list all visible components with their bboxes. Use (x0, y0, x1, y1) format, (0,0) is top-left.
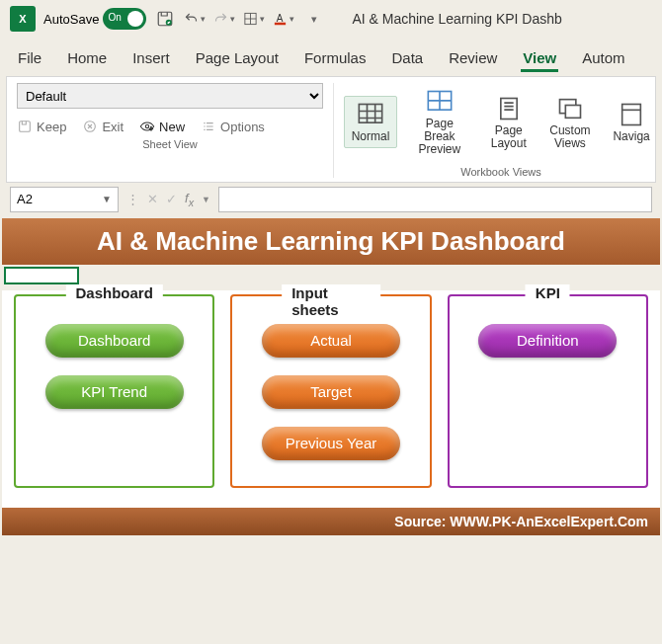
redo-icon[interactable]: ▾ (213, 8, 235, 30)
svg-rect-5 (20, 121, 31, 132)
tab-review[interactable]: Review (447, 43, 499, 76)
list-icon (201, 119, 216, 134)
page-break-icon (426, 88, 454, 116)
nav-button-previous-year[interactable]: Previous Year (262, 427, 400, 460)
svg-text:+: + (149, 125, 153, 132)
fx-controls: ✕ ✓ fx ▼ (147, 191, 210, 208)
keep-button[interactable]: Keep (17, 119, 66, 134)
dashboard-footer: Source: WWW.PK-AnExcelExpert.Com (2, 508, 660, 535)
document-title: AI & Machine Learning KPI Dashb (352, 11, 561, 27)
borders-icon[interactable]: ▾ (243, 8, 265, 30)
more-commands-icon[interactable]: ▾ (302, 8, 324, 30)
tab-view[interactable]: View (521, 43, 558, 76)
section-title: Input sheets (282, 284, 380, 318)
ribbon-group-sheet-view: Default Keep Exit + New Options (7, 83, 333, 178)
section-title: KPI (526, 284, 570, 301)
cancel-icon[interactable]: ✕ (147, 192, 158, 206)
navigation-icon (618, 101, 645, 128)
svg-point-7 (145, 124, 148, 127)
autosave-toggle[interactable]: AutoSave On (43, 8, 146, 30)
tab-insert[interactable]: Insert (130, 43, 172, 76)
sheet-view-select[interactable]: Default (17, 83, 323, 109)
chevron-down-icon[interactable]: ▼ (102, 194, 112, 204)
exit-icon (82, 119, 98, 134)
svg-rect-14 (622, 105, 641, 125)
new-button[interactable]: + New (139, 119, 185, 134)
autosave-label: AutoSave (43, 12, 99, 27)
name-box[interactable]: A2 ▼ (10, 187, 119, 212)
enter-icon[interactable]: ✓ (166, 192, 177, 206)
nav-button-definition[interactable]: Definition (478, 324, 617, 358)
custom-views-icon (556, 95, 584, 122)
tab-home[interactable]: Home (65, 43, 109, 76)
section-dashboard: DashboardDashboardKPI Trend (14, 294, 214, 488)
nav-button-kpi-trend[interactable]: KPI Trend (45, 375, 184, 409)
active-cell-indicator[interactable] (4, 267, 79, 284)
worksheet-area: AI & Machine Learning KPI Dashboard Dash… (0, 216, 662, 537)
svg-rect-9 (359, 105, 381, 123)
ribbon-group-label: Workbook Views (460, 166, 541, 178)
section-title: Dashboard (65, 284, 162, 301)
ribbon: Default Keep Exit + New Options (6, 76, 656, 183)
tab-file[interactable]: File (16, 43, 43, 76)
normal-view-icon (357, 101, 384, 128)
page-layout-button[interactable]: Page Layout (482, 90, 536, 155)
formula-input[interactable] (218, 187, 652, 212)
chevron-down-icon[interactable]: ▼ (202, 195, 210, 204)
nav-button-target[interactable]: Target (262, 375, 400, 409)
normal-view-button[interactable]: Normal (344, 96, 397, 148)
save-icon[interactable] (154, 8, 176, 30)
nav-button-actual[interactable]: Actual (262, 324, 400, 358)
switch-icon[interactable]: On (103, 8, 146, 30)
ribbon-group-workbook-views: Normal Page Break Preview Page Layout Cu… (333, 83, 662, 178)
nav-button-dashboard[interactable]: Dashboard (45, 324, 184, 358)
formula-bar: A2 ▼ ⋮ ✕ ✓ fx ▼ (0, 183, 662, 216)
svg-rect-13 (565, 105, 580, 118)
page-layout-icon (495, 95, 523, 122)
switch-knob (127, 11, 143, 27)
svg-rect-4 (275, 23, 286, 26)
ribbon-tabs: FileHomeInsertPage LayoutFormulasDataRev… (0, 38, 662, 76)
section-input-sheets: Input sheetsActualTargetPrevious Year (230, 294, 431, 488)
page-break-preview-button[interactable]: Page Break Preview (405, 83, 474, 162)
section-kpi: KPIDefinition (448, 294, 648, 488)
title-bar: X AutoSave On ▾ ▾ ▾ A▾ ▾ AI & Machine Le… (0, 0, 662, 38)
navigation-button[interactable]: Naviga (605, 96, 658, 148)
save-disk-icon (17, 119, 33, 134)
exit-button[interactable]: Exit (82, 119, 124, 134)
custom-views-button[interactable]: Custom Views (543, 90, 597, 155)
options-button[interactable]: Options (201, 119, 265, 134)
dashboard-columns: DashboardDashboardKPI TrendInput sheetsA… (2, 290, 660, 508)
tab-data[interactable]: Data (389, 43, 425, 76)
font-color-icon[interactable]: A▾ (273, 8, 294, 30)
svg-text:A: A (277, 13, 284, 24)
undo-icon[interactable]: ▾ (184, 8, 206, 30)
fx-icon[interactable]: fx (185, 191, 194, 208)
tab-page-layout[interactable]: Page Layout (194, 43, 281, 76)
excel-app-icon: X (10, 6, 36, 32)
eye-icon: + (139, 119, 155, 134)
tab-autom[interactable]: Autom (580, 43, 626, 76)
tab-formulas[interactable]: Formulas (302, 43, 369, 76)
dashboard-banner: AI & Machine Learning KPI Dashboard (2, 218, 660, 265)
ribbon-group-label: Sheet View (142, 138, 197, 150)
svg-rect-11 (501, 98, 517, 119)
